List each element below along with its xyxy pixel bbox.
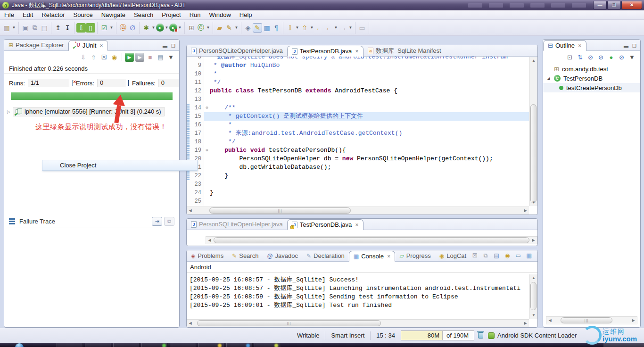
minimize-view-icon[interactable]: ▬	[624, 43, 628, 49]
minimize-button[interactable]: —	[593, 1, 607, 9]
prev-annotation-icon[interactable]: ⇧	[300, 23, 309, 33]
tab-testpersondb-java[interactable]: J!TestPersonDB.java✕	[287, 219, 363, 230]
view-menu-icon[interactable]: ▼	[627, 53, 636, 62]
code-editor[interactable]: 8 数据库_SqlLite does not specify a android…	[187, 57, 529, 206]
windows-taskbar[interactable]	[0, 343, 644, 347]
open-type-icon[interactable]: ◈	[243, 23, 253, 33]
maximize-view-icon[interactable]: ❐	[171, 43, 175, 49]
scroll-up-arrow[interactable]: ▲	[530, 57, 537, 64]
view-menu-icon[interactable]: ▼	[166, 53, 175, 62]
scroll-down-arrow[interactable]: ▼	[530, 312, 537, 319]
scrollbar-thumb[interactable]	[214, 237, 529, 243]
rerun-test-icon[interactable]: ►	[125, 53, 134, 62]
taskbar-button[interactable]	[113, 343, 140, 347]
menu-help[interactable]: Help	[235, 10, 256, 19]
back-dropdown-icon[interactable]: ▼	[333, 23, 339, 33]
stop-junit-icon[interactable]: ■	[146, 53, 155, 62]
last-edit-location-icon[interactable]: ←	[314, 23, 324, 33]
run-dropdown-icon[interactable]: ▼	[164, 23, 169, 33]
console-horizontal-scrollbar[interactable]: ◀ ||| ▶	[187, 319, 529, 327]
tab-problems[interactable]: ◈Problems	[187, 250, 228, 261]
export-icon[interactable]: ↥	[53, 23, 63, 33]
test-hierarchy-icon[interactable]: ▤	[156, 53, 165, 62]
next-failed-test-icon[interactable]: ⇩	[79, 53, 88, 62]
display-console-dropdown-icon[interactable]: ▼	[536, 251, 538, 260]
scroll-down-arrow[interactable]: ▼	[530, 199, 537, 206]
new-java-project-icon[interactable]: ⊞	[187, 23, 196, 33]
expander-icon[interactable]: ▷	[7, 109, 10, 114]
test-suite-item[interactable]: ✔ iphone [emulator-5556] [Runner: JUnit …	[13, 107, 165, 116]
close-project-menu-item[interactable]: Close Project	[42, 160, 198, 171]
remove-launch-icon[interactable]: ☒	[471, 251, 479, 260]
fold-marker[interactable]: ⊖	[204, 104, 210, 112]
scrollbar-thumb[interactable]	[530, 282, 537, 310]
taskbar-button[interactable]	[85, 343, 111, 347]
run-icon[interactable]: ►	[156, 24, 164, 32]
menu-refactor[interactable]: Refactor	[37, 10, 69, 19]
tab-testpersondb-java[interactable]: JTestPersonDB.java✕	[287, 46, 363, 57]
menu-navigate[interactable]: Navigate	[97, 10, 130, 19]
tab--_sqllite-manifest[interactable]: a数据库_SqlLite Manifest	[363, 45, 446, 56]
close-tab-icon[interactable]: ✕	[355, 223, 359, 227]
focus-on-active-task-icon[interactable]: ⊡	[565, 53, 574, 62]
close-tab-icon[interactable]: ✕	[578, 43, 582, 48]
new-class-icon[interactable]: Ⓒ	[196, 23, 206, 33]
rerun-failed-first-icon[interactable]: ►	[135, 53, 144, 62]
scroll-right-arrow[interactable]: ▶	[522, 320, 529, 327]
tab-javadoc[interactable]: @Javadoc	[263, 250, 302, 261]
menu-window[interactable]: Window	[205, 10, 235, 19]
forward-icon[interactable]: →	[339, 23, 348, 33]
scroll-up-arrow[interactable]: ▲	[530, 274, 537, 281]
previous-failed-test-icon[interactable]: ⇧	[89, 53, 98, 62]
sdk-manager-icon[interactable]: ⇩	[76, 23, 86, 33]
import-icon[interactable]: ↧	[63, 23, 72, 33]
maximize-view-icon[interactable]: ❐	[632, 43, 636, 49]
scrollbar-thumb[interactable]: |||	[197, 320, 381, 326]
tab-package-explorer[interactable]: ⊞Package Explorer	[4, 40, 68, 50]
maximize-button[interactable]: ❐	[607, 1, 621, 9]
scrollbar-thumb[interactable]: |||	[209, 207, 351, 214]
run-garbage-collector-icon[interactable]	[478, 332, 483, 339]
open-element-icon[interactable]: ▰	[215, 23, 224, 33]
next-annotation-dropdown-icon[interactable]: ▼	[295, 23, 300, 33]
taskbar-button[interactable]	[57, 343, 83, 347]
menu-edit[interactable]: Edit	[18, 10, 37, 19]
debug-icon[interactable]: ✱	[141, 23, 151, 33]
scroll-lock-icon[interactable]: ◉	[503, 251, 512, 260]
pin-console-icon[interactable]: ▭	[514, 251, 522, 260]
tab-declaration[interactable]: ✎Declaration	[302, 250, 349, 261]
scroll-right-arrow[interactable]: ▶	[530, 237, 537, 244]
save-all-icon[interactable]: ⧉	[30, 23, 40, 33]
new-android-project-icon[interactable]: ⓐ	[118, 23, 128, 33]
remove-all-launches-icon[interactable]: ⧉	[481, 251, 490, 260]
run-as-icon[interactable]: ►	[169, 24, 177, 32]
new-test-icon[interactable]: ☑	[99, 23, 109, 33]
scroll-left-arrow[interactable]: ◀	[206, 237, 213, 244]
menu-source[interactable]: Source	[69, 10, 97, 19]
show-failures-only-icon[interactable]: ☒	[99, 53, 108, 62]
tab-progress[interactable]: ▱Progress	[395, 250, 435, 261]
menu-run[interactable]: Run	[185, 10, 205, 19]
tab-personsqliteopenhelper-java[interactable]: JPersonSQLiteOpenHelper.java	[187, 219, 287, 230]
hide-non-public-icon[interactable]: ●	[607, 53, 616, 62]
menu-file[interactable]: File	[0, 10, 18, 19]
minimize-view-icon[interactable]: ▬	[163, 43, 167, 49]
prev-annotation-dropdown-icon[interactable]: ▼	[309, 23, 314, 33]
scroll-right-arrow[interactable]: ▶	[522, 207, 529, 215]
editor-vertical-scrollbar[interactable]: ▲ ▼	[529, 57, 537, 206]
avd-manager-icon[interactable]: ▯	[86, 23, 95, 33]
editor-horizontal-scrollbar[interactable]: ◀ ||| ▶	[187, 207, 529, 215]
new-class-dropdown-icon[interactable]: ▼	[206, 23, 211, 33]
compare-result-button[interactable]: ⧉	[164, 217, 174, 226]
tab-logcat[interactable]: ◉LogCat	[435, 250, 471, 261]
sort-icon[interactable]: ⇅	[576, 53, 585, 62]
menu-search[interactable]: Search	[130, 10, 157, 19]
tab-outline[interactable]: ⊟Outline✕	[543, 40, 586, 51]
run-as-dropdown-icon[interactable]: ▼	[177, 23, 182, 33]
display-selected-console-icon[interactable]: ▥	[525, 251, 533, 260]
mark-occurrences-icon[interactable]: ✎	[253, 23, 262, 33]
outline-item-testpersondb[interactable]: ◢CTestPersonDB	[543, 74, 640, 83]
back-icon[interactable]: ←	[324, 23, 333, 33]
outline-item-testcreatepersondb[interactable]: testCreatePersonDb	[543, 83, 640, 92]
save-icon[interactable]: ▣	[21, 23, 30, 33]
